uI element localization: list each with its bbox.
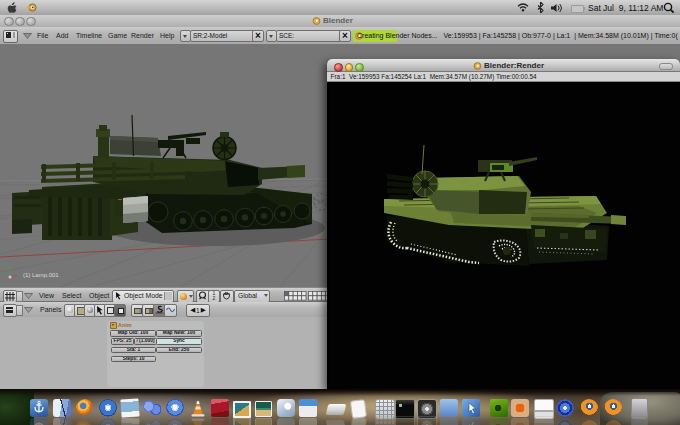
- svg-text:z: z: [3, 261, 6, 267]
